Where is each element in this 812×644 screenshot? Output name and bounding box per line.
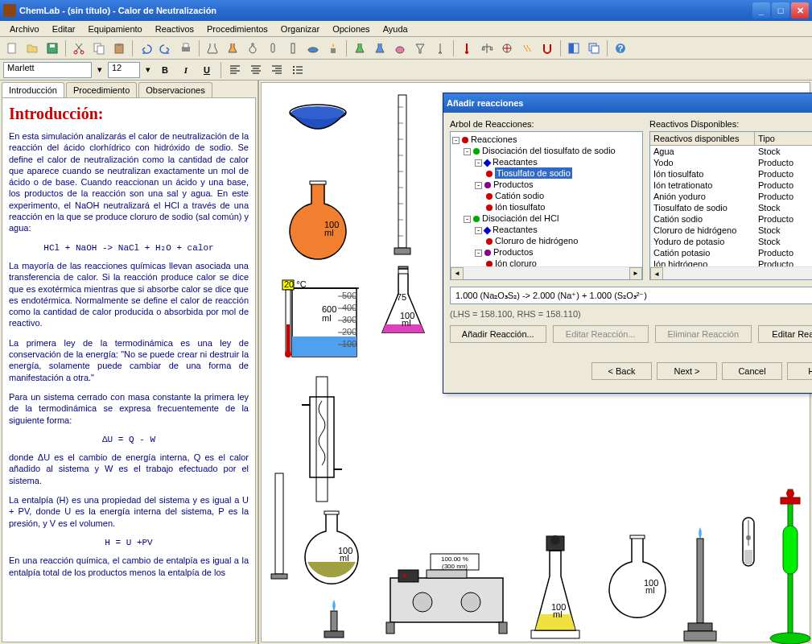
burner-icon[interactable]: [324, 39, 342, 57]
menu-procedimientos[interactable]: Procedimientos: [200, 23, 274, 35]
main-toolbar: ?: [0, 37, 812, 60]
reagent-list[interactable]: Reactivos disponiblesTipo AguaStockYodoP…: [649, 131, 812, 280]
copy-icon[interactable]: [90, 39, 108, 57]
condenser[interactable]: [294, 373, 350, 510]
bunsen-burner-1[interactable]: [318, 598, 350, 642]
align-center-icon[interactable]: [247, 62, 265, 78]
redo-icon[interactable]: [157, 39, 175, 57]
flask-blue-icon[interactable]: [371, 39, 389, 57]
bold-button[interactable]: B: [156, 62, 174, 78]
maximize-button[interactable]: □: [772, 2, 789, 19]
beaker-icon[interactable]: [204, 39, 221, 57]
align-right-icon[interactable]: [268, 62, 286, 78]
list-item[interactable]: Ión tiosulfatoProducto: [650, 168, 812, 180]
list-item[interactable]: Yoduro de potasioStock: [650, 236, 812, 247]
list-item[interactable]: Catión potasioProducto: [650, 247, 812, 258]
svg-rect-11: [271, 43, 274, 52]
tree-hscroll[interactable]: ◄►: [451, 266, 642, 279]
svg-text:100: 100: [342, 339, 357, 349]
back-button[interactable]: < Back: [591, 362, 652, 380]
list-item[interactable]: Cloruro de hidrógenoStock: [650, 225, 812, 236]
menu-ayuda[interactable]: Ayuda: [377, 23, 414, 35]
menu-organizar[interactable]: Organizar: [274, 23, 326, 35]
paste-icon[interactable]: [110, 39, 128, 57]
spectrophotometer[interactable]: 100.00 %(300 nm): [382, 542, 511, 638]
evaporating-dish[interactable]: [286, 101, 350, 141]
underline-button[interactable]: U: [198, 62, 216, 78]
flask-green-icon[interactable]: [351, 39, 369, 57]
list-item[interactable]: Anión yoduroProducto: [650, 191, 812, 202]
list-item[interactable]: YodoProducto: [650, 157, 812, 168]
ring-stand[interactable]: [769, 485, 812, 644]
undo-icon[interactable]: [137, 39, 155, 57]
tab-observaciones[interactable]: Observaciones: [138, 82, 212, 97]
round-flask-clear[interactable]: 100ml: [600, 534, 676, 642]
flask-pink-icon[interactable]: [391, 39, 409, 57]
save-icon[interactable]: [43, 39, 61, 57]
next-button[interactable]: Next >: [657, 362, 717, 380]
flask-icon[interactable]: [224, 39, 241, 57]
new-icon[interactable]: [3, 39, 21, 57]
list-hscroll[interactable]: ◄►: [650, 266, 812, 279]
tab-procedimiento[interactable]: Procedimiento: [66, 82, 137, 97]
dish-icon[interactable]: [304, 39, 322, 57]
heat-icon[interactable]: [518, 39, 536, 57]
svg-rect-79: [398, 570, 418, 582]
erlenmeyer-yellow[interactable]: 100ml: [519, 534, 591, 642]
font-combo[interactable]: Marlett: [3, 62, 92, 78]
help-button[interactable]: Help: [787, 362, 812, 380]
menu-archivo[interactable]: Archivo: [3, 23, 46, 35]
document-text[interactable]: Introducción: En esta simulación analiza…: [2, 97, 256, 642]
document-tabs: Introducción Procedimiento Observaciones: [0, 80, 258, 97]
reaction-tree[interactable]: -Reacciones -Disociación del tiosulfato …: [450, 131, 643, 280]
cylinder-icon[interactable]: [284, 39, 302, 57]
cancel-button[interactable]: Cancel: [722, 362, 782, 380]
balance-icon[interactable]: [478, 39, 496, 57]
tab-introduccion[interactable]: Introducción: [2, 82, 64, 97]
size-combo[interactable]: 12: [108, 62, 140, 78]
open-icon[interactable]: [23, 39, 41, 57]
erlenmeyer-magenta[interactable]: 75 100ml: [374, 264, 431, 341]
test-tube[interactable]: [736, 514, 760, 642]
close-button[interactable]: ✕: [791, 2, 809, 19]
beaker-thermometer[interactable]: 20 °C 600 ml 500400300200100: [278, 276, 366, 365]
stirrer-icon[interactable]: [498, 39, 516, 57]
svg-point-15: [396, 47, 404, 53]
menu-reactivos[interactable]: Reactivos: [149, 23, 200, 35]
dialog-titlebar[interactable]: Añadir reacciones ✕: [443, 93, 812, 113]
print-icon[interactable]: [177, 39, 195, 57]
svg-text:500: 500: [342, 291, 357, 300]
test-tube-icon[interactable]: [264, 39, 282, 57]
bunsen-burner-2[interactable]: [680, 526, 720, 644]
menu-opciones[interactable]: Opciones: [326, 23, 376, 35]
italic-button[interactable]: I: [177, 62, 195, 78]
minimize-button[interactable]: _: [752, 2, 770, 19]
help-icon[interactable]: ?: [612, 39, 629, 57]
svg-rect-90: [531, 630, 579, 638]
window-tile-icon[interactable]: [565, 39, 583, 57]
round-flask-orange[interactable]: 100 ml: [278, 180, 358, 268]
window-cascade-icon[interactable]: [585, 39, 603, 57]
cut-icon[interactable]: [70, 39, 88, 57]
list-item[interactable]: Ión tetrationatoProducto: [650, 180, 812, 191]
svg-rect-96: [688, 623, 712, 631]
list-item[interactable]: AguaStock: [650, 146, 812, 157]
graduated-cylinder[interactable]: [390, 91, 414, 260]
svg-point-26: [293, 69, 295, 71]
edit-reagent-button[interactable]: Editar Reactivo...: [758, 325, 813, 343]
round-flask-olive[interactable]: 100ml: [294, 510, 370, 594]
align-left-icon[interactable]: [226, 62, 244, 78]
menu-equipamiento[interactable]: Equipamiento: [81, 23, 148, 35]
list-item[interactable]: Tiosulfato de sodioStock: [650, 202, 812, 213]
svg-rect-105: [781, 497, 800, 504]
list-item[interactable]: Catión sodioProducto: [650, 213, 812, 225]
menu-editar[interactable]: Editar: [46, 23, 82, 35]
add-reaction-button[interactable]: Añadir Reacción...: [450, 325, 546, 343]
thermometer-icon[interactable]: [458, 39, 476, 57]
flask-round-icon[interactable]: [244, 39, 262, 57]
bullets-icon[interactable]: [289, 62, 307, 78]
graduated-tube[interactable]: [270, 469, 289, 582]
funnel-icon[interactable]: [411, 39, 429, 57]
dropper-icon[interactable]: [431, 39, 449, 57]
magnet-icon[interactable]: [538, 39, 556, 57]
